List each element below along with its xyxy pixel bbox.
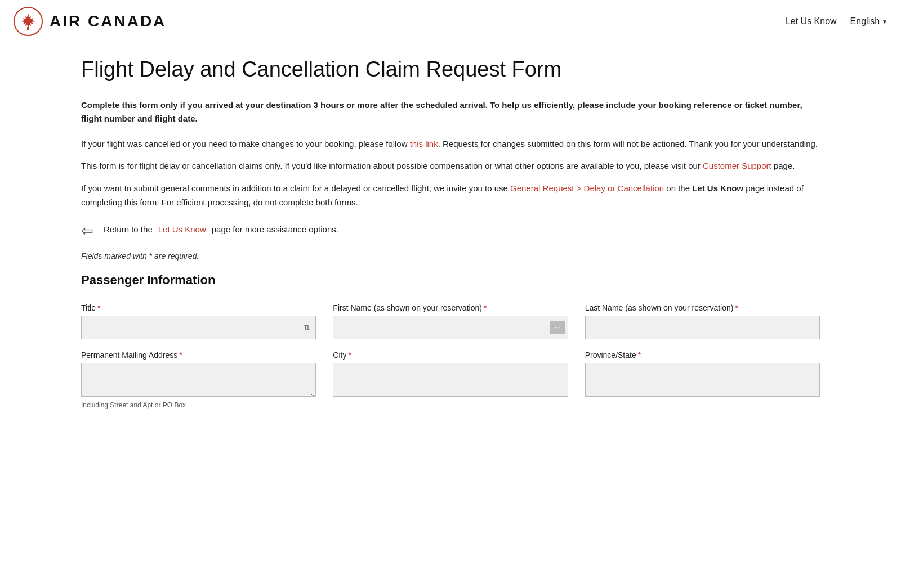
dots-icon: ··· <box>555 324 560 331</box>
intro-para-2: This form is for flight delay or cancell… <box>81 159 820 173</box>
para1-after: . Requests for changes submitted on this… <box>438 139 818 149</box>
title-select-wrapper: Mr. Mrs. Ms. Dr. ⇅ <box>81 316 316 339</box>
last-name-label: Last Name (as shown on your reservation)… <box>585 303 820 312</box>
passenger-info-heading: Passenger Information <box>81 273 820 288</box>
page-title: Flight Delay and Cancellation Claim Requ… <box>81 57 820 83</box>
para1-before: If your flight was cancelled or you need… <box>81 139 410 149</box>
para2-after: page. <box>771 161 795 170</box>
city-field: City* <box>333 351 568 409</box>
svg-rect-1 <box>27 27 29 30</box>
back-text-after: page for more assistance options. <box>212 225 338 234</box>
back-arrow-icon: ⇦ <box>81 222 98 237</box>
title-label: Title* <box>81 303 316 312</box>
city-input[interactable] <box>333 363 568 397</box>
first-name-field: First Name (as shown on your reservation… <box>333 303 568 339</box>
chevron-down-icon: ▼ <box>882 19 887 25</box>
logo-area: AIR CANADA <box>14 7 166 36</box>
intro-para-1: If your flight was cancelled or you need… <box>81 137 820 151</box>
claim-form: Title* Mr. Mrs. Ms. Dr. ⇅ First Name (a <box>81 303 820 409</box>
form-grid: Title* Mr. Mrs. Ms. Dr. ⇅ First Name (a <box>81 303 820 409</box>
para3-before: If you want to submit general comments i… <box>81 183 510 193</box>
main-content: Flight Delay and Cancellation Claim Requ… <box>68 43 833 432</box>
last-name-input[interactable] <box>585 316 820 339</box>
back-text-before: Return to the <box>104 225 153 234</box>
last-name-field: Last Name (as shown on your reservation)… <box>585 303 820 339</box>
address-sub-label: Including Street and Apt or PO Box <box>81 401 316 409</box>
address-field: Permanent Mailing Address* Including Str… <box>81 351 316 409</box>
let-us-know-back-link[interactable]: Let Us Know <box>158 225 206 234</box>
province-required-star: * <box>638 351 641 360</box>
this-link[interactable]: this link <box>410 139 438 149</box>
title-required-star: * <box>97 303 100 312</box>
first-name-required-star: * <box>484 303 487 312</box>
language-label: English <box>850 16 880 26</box>
first-name-icon-button[interactable]: ··· <box>550 321 565 334</box>
title-field: Title* Mr. Mrs. Ms. Dr. ⇅ <box>81 303 316 339</box>
province-input[interactable] <box>585 363 820 397</box>
air-canada-logo-icon <box>14 7 43 36</box>
province-field: Province/State* <box>585 351 820 409</box>
general-request-link[interactable]: General Request > Delay or Cancellation <box>510 183 664 193</box>
address-label: Permanent Mailing Address* <box>81 351 316 360</box>
first-name-input[interactable] <box>333 316 568 339</box>
last-name-required-star: * <box>735 303 738 312</box>
site-header: AIR CANADA Let Us Know English ▼ <box>0 0 901 43</box>
intro-bold-text: Complete this form only if you arrived a… <box>81 98 820 125</box>
address-required-star: * <box>179 351 182 360</box>
let-us-know-link[interactable]: Let Us Know <box>786 16 837 26</box>
customer-support-link[interactable]: Customer Support <box>703 161 771 170</box>
para3-middle: on the <box>664 183 692 193</box>
province-label: Province/State* <box>585 351 820 360</box>
brand-name: AIR CANADA <box>50 12 166 30</box>
back-row: ⇦ Return to the Let Us Know page for mor… <box>81 222 820 237</box>
para2-before: This form is for flight delay or cancell… <box>81 161 703 170</box>
city-required-star: * <box>348 351 351 360</box>
title-select[interactable]: Mr. Mrs. Ms. Dr. <box>81 316 316 339</box>
city-label: City* <box>333 351 568 360</box>
required-fields-note: Fields marked with * are required. <box>81 252 820 261</box>
first-name-label: First Name (as shown on your reservation… <box>333 303 568 312</box>
let-us-know-bold: Let Us Know <box>692 183 743 193</box>
address-input[interactable] <box>81 363 316 397</box>
header-nav: Let Us Know English ▼ <box>786 16 887 26</box>
language-selector[interactable]: English ▼ <box>850 16 887 26</box>
first-name-input-wrapper: ··· <box>333 316 568 339</box>
intro-para-3: If you want to submit general comments i… <box>81 181 820 210</box>
